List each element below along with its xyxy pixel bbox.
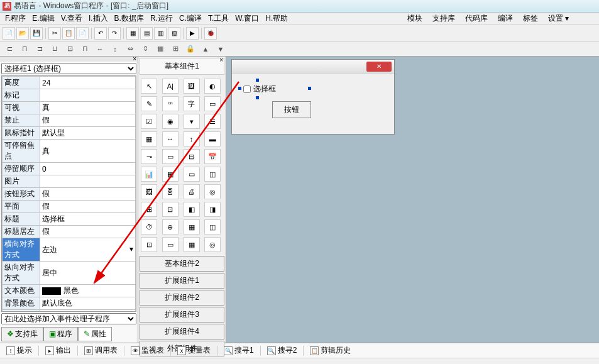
menu-database[interactable]: B.数据库 [112,12,146,25]
tab-vars[interactable]: x变量表 [173,344,214,357]
prop-value[interactable]: 24 [40,77,136,89]
prop-label[interactable]: 停留顺序 [3,163,40,175]
prop-label[interactable]: 高度 [3,77,40,89]
same-width-icon[interactable]: ⇔ [124,43,136,55]
checkbox-control[interactable]: 选择框 [243,84,276,94]
selection-handle[interactable] [256,96,259,99]
progress-tool-icon[interactable]: ▬ [204,131,221,146]
tab-tool-icon[interactable]: ▭ [162,149,179,164]
group-ext3[interactable]: 扩展组件3 [140,307,224,323]
chart-tool-icon[interactable]: 📊 [141,167,157,182]
tab-search2[interactable]: 🔍搜寻2 [263,344,301,357]
prop-value[interactable] [40,175,136,188]
prop-label[interactable]: 背景颜色 [3,297,40,310]
misc1-tool-icon[interactable]: ◎ [204,184,221,199]
form-body[interactable]: 选择框 按钮 [232,74,394,134]
prop-value[interactable]: 假 [40,114,136,127]
timer-tool-icon[interactable]: ⏱ [141,219,157,234]
table-tool-icon[interactable]: ▦ [141,131,157,146]
event-combo[interactable]: 在此处选择加入事件处理子程序 [1,313,136,324]
group-tool-icon[interactable]: ◫ [204,167,221,182]
align-middle-icon[interactable]: ⊡ [64,43,75,55]
tab-watch[interactable]: 👁监视表 [127,344,168,357]
menu-edit[interactable]: E.编辑 [30,12,57,25]
selection-handle[interactable] [308,87,311,90]
misc4-tool-icon[interactable]: ◧ [184,202,200,217]
prop-label[interactable]: 标题 [3,213,40,226]
align-left-icon[interactable]: ⊏ [4,43,15,55]
close-icon[interactable]: × [133,55,136,62]
pointer-tool-icon[interactable]: ↖ [141,79,157,94]
lock-icon[interactable]: 🔒 [185,43,196,55]
group-ext2[interactable]: 扩展组件2 [140,290,224,306]
prop-value[interactable]: 0 [40,163,136,175]
prop-label[interactable]: 文本颜色 [3,285,40,297]
paste-icon[interactable]: 📄 [76,27,89,40]
align-center-icon[interactable]: ⊓ [19,43,30,55]
prop-label[interactable]: 禁止 [3,114,40,127]
menu-codelib[interactable]: 代码库 [463,12,490,25]
prop-value[interactable]: 黑色 [40,285,136,297]
menu-compile2[interactable]: 编译 [495,12,515,25]
frame-tool-icon[interactable]: ▭ [204,96,221,111]
misc9-tool-icon[interactable]: ⊡ [141,237,157,252]
prop-label[interactable]: 平面 [3,201,40,213]
prop-value[interactable]: 选择框 [40,213,136,226]
prop-label[interactable]: 图片 [3,175,40,188]
snap-icon[interactable]: ⊞ [170,43,181,55]
panel-tool-icon[interactable]: ▭ [184,167,200,182]
align-top-icon[interactable]: ⊔ [49,43,60,55]
menu-module[interactable]: 模块 [405,12,425,25]
group-ext4[interactable]: 扩展组件4 [140,324,224,339]
run-icon[interactable]: ▶ [186,27,199,40]
menu-run[interactable]: R.运行 [148,12,175,25]
tab-calltable[interactable]: ⊞调用表 [80,344,121,357]
dist-h-icon[interactable]: ↔ [94,43,106,55]
prop-label[interactable]: 字体 [3,310,40,312]
label-tool-icon[interactable]: A| [162,79,179,94]
design-form[interactable]: ✕ 选择框 按钮 [231,59,395,135]
open-icon[interactable]: 📂 [16,27,29,40]
close-icon[interactable]: × [219,57,223,63]
grid-tool-icon[interactable]: ▦ [162,167,179,182]
grid-icon[interactable]: ▦ [155,43,166,55]
prop-label[interactable]: 可视 [3,102,40,114]
object-combo[interactable]: 选择框1 (选择框) [1,63,136,74]
layout2-icon[interactable]: ▤ [140,27,153,40]
prop-value[interactable]: 居中 [40,262,136,285]
selection-handle[interactable] [256,79,259,82]
layout3-icon[interactable]: ▥ [154,27,167,40]
edit-tool-icon[interactable]: ✎ [141,96,157,111]
menu-supportlib[interactable]: 支持库 [430,12,458,25]
dist-v-icon[interactable]: ↕ [109,43,121,55]
back-icon[interactable]: ▼ [215,43,226,55]
align-right-icon[interactable]: ⊐ [34,43,45,55]
text-tool-icon[interactable]: ᶜⁿ [162,96,179,111]
redo-icon[interactable]: ↷ [108,27,121,40]
menu-settings[interactable]: 设置 ▾ [546,12,571,25]
prop-value[interactable]: 默认型 [40,127,136,140]
menu-compile[interactable]: C.编译 [177,12,204,25]
date-tool-icon[interactable]: 📅 [204,149,221,164]
align-bottom-icon[interactable]: ⊓ [79,43,91,55]
checkbox-input[interactable] [243,85,251,93]
menu-tools[interactable]: T.工具 [206,12,231,25]
misc7-tool-icon[interactable]: ▦ [184,219,200,234]
vscroll-tool-icon[interactable]: ↕ [184,131,200,146]
prop-value[interactable] [40,310,136,312]
menu-program[interactable]: F.程序 [3,12,28,25]
front-icon[interactable]: ▲ [200,43,211,55]
tab-output[interactable]: ▸输出 [41,344,75,357]
menu-insert[interactable]: I.插入 [86,12,111,25]
menu-view[interactable]: V.查看 [58,12,85,25]
prop-value[interactable] [40,89,136,102]
prop-label[interactable]: 鼠标指针 [3,127,40,140]
db-tool-icon[interactable]: 🗄 [162,184,179,199]
new-icon[interactable]: 📄 [3,27,15,40]
prop-value[interactable]: 左边 ▾ [40,238,136,262]
prop-value[interactable]: 真 [40,102,136,114]
prop-value[interactable]: 真 [40,140,136,163]
selection-handle[interactable] [238,87,241,90]
misc2-tool-icon[interactable]: ⊞ [141,202,157,217]
print-tool-icon[interactable]: 🖨 [184,184,200,199]
